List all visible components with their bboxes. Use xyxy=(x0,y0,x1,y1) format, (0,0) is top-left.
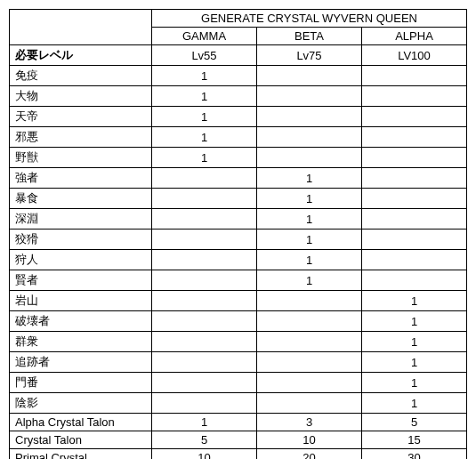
row-value xyxy=(152,291,257,311)
row-label: 深淵 xyxy=(10,209,152,230)
row-value: 1 xyxy=(362,373,467,393)
row-value xyxy=(362,270,467,291)
row-value: 1 xyxy=(362,291,467,311)
row-value: 15 xyxy=(362,431,467,449)
row-value xyxy=(362,66,467,86)
row-label: 追跡者 xyxy=(10,352,152,373)
row-label: 邪悪 xyxy=(10,127,152,148)
row-label: 暴食 xyxy=(10,189,152,209)
row-value xyxy=(362,86,467,107)
row-label: 強者 xyxy=(10,168,152,189)
row-value: 5 xyxy=(152,431,257,449)
row-value: 10 xyxy=(152,449,257,460)
table-row: 天帝1 xyxy=(10,107,467,127)
row-value xyxy=(257,127,362,148)
row-value xyxy=(152,189,257,209)
row-value xyxy=(257,291,362,311)
table-row: 深淵1 xyxy=(10,209,467,230)
row-value: 1 xyxy=(257,250,362,270)
row-label: 群衆 xyxy=(10,332,152,352)
row-value: 1 xyxy=(152,127,257,148)
tribute-table: GENERATE CRYSTAL WYVERN QUEEN GAMMA BETA… xyxy=(9,9,467,459)
header-row-main: GENERATE CRYSTAL WYVERN QUEEN xyxy=(10,10,467,28)
row-value xyxy=(257,311,362,332)
row-label: 大物 xyxy=(10,86,152,107)
row-value: 1 xyxy=(257,270,362,291)
level-gamma: Lv55 xyxy=(152,45,257,66)
table-row: 強者1 xyxy=(10,168,467,189)
row-label: 天帝 xyxy=(10,107,152,127)
row-value xyxy=(362,250,467,270)
row-value: 1 xyxy=(257,230,362,250)
row-value xyxy=(257,352,362,373)
table-row: 破壊者1 xyxy=(10,311,467,332)
level-label: 必要レベル xyxy=(10,45,152,66)
row-value xyxy=(257,86,362,107)
row-label: Primal Crystal xyxy=(10,449,152,460)
row-value: 5 xyxy=(362,414,467,431)
row-label: 陰影 xyxy=(10,393,152,414)
table-row: Alpha Crystal Talon135 xyxy=(10,414,467,431)
row-value xyxy=(362,127,467,148)
row-value xyxy=(152,250,257,270)
table-row: Primal Crystal102030 xyxy=(10,449,467,460)
table-row: 追跡者1 xyxy=(10,352,467,373)
row-value: 1 xyxy=(362,311,467,332)
row-value xyxy=(257,66,362,86)
row-value xyxy=(152,352,257,373)
col-alpha: ALPHA xyxy=(362,28,467,45)
level-row: 必要レベル Lv55 Lv75 LV100 xyxy=(10,45,467,66)
table-row: 岩山1 xyxy=(10,291,467,311)
row-value xyxy=(362,107,467,127)
row-label: Alpha Crystal Talon xyxy=(10,414,152,431)
row-value xyxy=(362,209,467,230)
row-value xyxy=(257,107,362,127)
row-value xyxy=(152,373,257,393)
row-value: 1 xyxy=(152,414,257,431)
table-row: 門番1 xyxy=(10,373,467,393)
row-value xyxy=(257,373,362,393)
row-value: 1 xyxy=(362,352,467,373)
row-value xyxy=(152,209,257,230)
table-body: 免疫1大物1天帝1邪悪1野獣1強者1暴食1深淵1狡猾1狩人1賢者1岩山1破壊者1… xyxy=(10,66,467,460)
row-value: 30 xyxy=(362,449,467,460)
row-value xyxy=(152,270,257,291)
row-value xyxy=(362,189,467,209)
row-value: 10 xyxy=(257,431,362,449)
row-value: 1 xyxy=(152,86,257,107)
row-label: 岩山 xyxy=(10,291,152,311)
row-value: 1 xyxy=(257,209,362,230)
row-value xyxy=(152,230,257,250)
table-row: 陰影1 xyxy=(10,393,467,414)
table-row: 暴食1 xyxy=(10,189,467,209)
row-label: 破壊者 xyxy=(10,311,152,332)
row-label: 門番 xyxy=(10,373,152,393)
col-beta: BETA xyxy=(257,28,362,45)
row-value: 1 xyxy=(362,393,467,414)
row-value xyxy=(362,168,467,189)
table-row: 邪悪1 xyxy=(10,127,467,148)
row-value: 3 xyxy=(257,414,362,431)
row-value: 1 xyxy=(152,107,257,127)
row-value xyxy=(362,148,467,168)
table-row: 群衆1 xyxy=(10,332,467,352)
row-value xyxy=(152,393,257,414)
corner-blank xyxy=(10,10,152,45)
table-row: 野獣1 xyxy=(10,148,467,168)
row-value: 1 xyxy=(257,189,362,209)
row-label: 野獣 xyxy=(10,148,152,168)
level-alpha: LV100 xyxy=(362,45,467,66)
row-value xyxy=(257,393,362,414)
row-value: 1 xyxy=(152,148,257,168)
row-value xyxy=(152,311,257,332)
col-gamma: GAMMA xyxy=(152,28,257,45)
row-value: 1 xyxy=(257,168,362,189)
table-row: 狡猾1 xyxy=(10,230,467,250)
row-value xyxy=(152,168,257,189)
row-label: 狩人 xyxy=(10,250,152,270)
table-row: Crystal Talon51015 xyxy=(10,431,467,449)
row-label: 狡猾 xyxy=(10,230,152,250)
row-value xyxy=(152,332,257,352)
table-row: 賢者1 xyxy=(10,270,467,291)
row-value: 1 xyxy=(362,332,467,352)
